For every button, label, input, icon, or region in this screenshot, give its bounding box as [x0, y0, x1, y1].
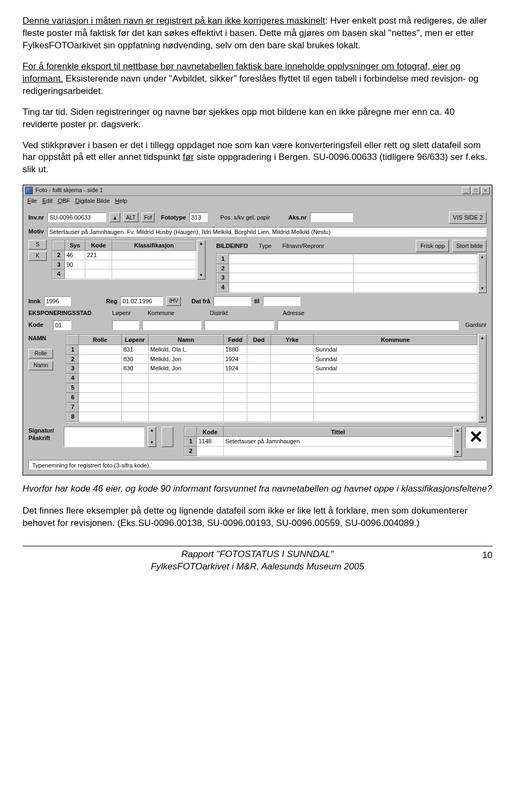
ihv-button[interactable]: IHV	[166, 296, 181, 306]
menu-qbf[interactable]: QBF	[58, 197, 70, 205]
window-title: Foto - fullt skjema - side 1	[35, 186, 103, 194]
label-eksp: EKSPONERINGSSTAD	[28, 309, 109, 317]
label-innk: Innk	[28, 297, 41, 305]
paragraph-1-underline: Denne variasjon i måten navn er registre…	[23, 16, 325, 26]
field-motiv[interactable]: Setertauser på Jamnhaugen. Fv. Mildrid H…	[47, 227, 487, 237]
page-footer: Rapport "FOTOSTATUS I SUNNDAL" FylkesFOT…	[23, 546, 492, 573]
status-bar: Typenemning for registrert foto (3-sifra…	[28, 460, 487, 470]
paragraph-1: Denne variasjon i måten navn er registre…	[23, 15, 492, 52]
paragraph-2-rest: Eksisterende navn under "Avbildet, sikke…	[23, 74, 479, 96]
label-filnavn: Filnavn/Repronr	[282, 242, 324, 250]
namn-button[interactable]: Namn	[28, 361, 53, 370]
field-invnr[interactable]: SU-0096.00633	[47, 213, 106, 222]
stort-bilde-button[interactable]: Stort bilde	[452, 240, 487, 252]
menu-file[interactable]: File	[27, 197, 37, 205]
field-til[interactable]	[263, 296, 300, 306]
app-icon	[25, 187, 33, 194]
label-posskv: Pos. s/kv gel. papir	[220, 214, 270, 222]
frisk-opp-button[interactable]: Frisk opp	[416, 240, 449, 252]
field-innk[interactable]: 1996	[44, 296, 71, 306]
vis-side-2-button[interactable]: VIS SIDE 2	[449, 211, 487, 224]
paragraph-5: Det finnes flere eksempler på dette og l…	[23, 505, 492, 530]
col-sys: Sys	[65, 240, 85, 250]
table-row: 3830Melkild, Jon1924Sunndal	[67, 364, 477, 374]
col-kommune: Kommune	[314, 335, 477, 345]
label-navn: NAMN	[28, 334, 63, 342]
label-signatur: Signatur/ Påskrift	[28, 427, 61, 443]
field-distrikt[interactable]	[204, 320, 274, 330]
label-reg: Reg	[106, 297, 117, 305]
maximize-button[interactable]: □	[472, 187, 480, 194]
client-area: Inv.nr SU-0096.00633 ▲ ALT Fof Fototype …	[23, 207, 492, 475]
arrow-up-button[interactable]: ▲	[109, 213, 120, 222]
table-row: 2830Melkild, Jon1924Sunndal	[67, 354, 477, 364]
label-fototype: Fototype	[161, 214, 186, 222]
signatur-extra-button[interactable]	[161, 427, 173, 447]
paragraph-4: Ved stikkprøver i basen er det i tillegg…	[23, 140, 492, 177]
paragraph-4b: før	[183, 152, 194, 162]
s-button[interactable]: S	[28, 240, 47, 250]
menu-help[interactable]: Help	[115, 197, 128, 205]
field-fototype[interactable]: 313	[189, 213, 208, 222]
table-row: 1831Melkild, Ola L.1880Sunndal	[67, 345, 477, 354]
rolle-button[interactable]: Rolle	[28, 349, 53, 359]
field-kommune[interactable]	[142, 320, 201, 330]
label-adresse: Adresse	[283, 309, 304, 317]
table-row: 11148Setertauser på Jamnhaugen	[185, 437, 453, 447]
table-row: 4	[67, 374, 477, 383]
image-placeholder-icon: ✕	[465, 427, 487, 448]
k-button[interactable]: K	[28, 251, 47, 261]
menu-digitale-bilde[interactable]: Digitale Bilde	[75, 197, 109, 205]
title-bar: Foto - fullt skjema - side 1 _ □ ×	[23, 185, 492, 196]
navn-grid[interactable]: Rolle Løpenr Namn Fødd Død Yrke Kommune …	[66, 334, 478, 422]
klassifikasjon-grid[interactable]: Sys Kode Klassifikasjon 2 46 221 3	[52, 240, 197, 280]
signatur-scrollbar[interactable]: ▲▼	[148, 427, 156, 447]
alt-button[interactable]: ALT	[123, 213, 138, 222]
label-bildeinfo: BILDEINFO	[216, 242, 248, 250]
klass-row: 2 46 221	[53, 250, 196, 260]
field-signatur[interactable]	[64, 427, 144, 447]
table-row: 8	[67, 412, 477, 421]
table-row: 6	[67, 392, 477, 402]
page-number: 10	[482, 550, 492, 562]
menu-edit[interactable]: Edit	[42, 197, 53, 205]
label-type: Type	[259, 242, 271, 250]
tittel-scrollbar[interactable]: ▲▼	[453, 427, 462, 457]
bildeinfo-scrollbar[interactable]: ▲▼	[478, 253, 487, 293]
field-datfra[interactable]	[214, 296, 251, 306]
paragraph-2: For å forenkle eksport til nettbase bør …	[23, 61, 492, 98]
table-row: 7	[67, 402, 477, 412]
field-aksnr[interactable]	[310, 213, 353, 222]
label-gardsnr: Gardsnr	[465, 321, 487, 329]
menu-bar: File Edit QBF Digitale Bilde Help	[23, 196, 492, 207]
label-datfra: Dat frå	[192, 297, 210, 305]
field-kode[interactable]: 01	[53, 320, 71, 330]
col-yrke: Yrke	[271, 335, 314, 345]
figure-caption: Hvorfor har kode 46 eier, og kode 90 inf…	[23, 483, 492, 495]
label-motiv: Motiv	[28, 228, 44, 236]
klass-row: 4	[53, 269, 196, 279]
col-fodd: Fødd	[224, 335, 247, 345]
col-kode3: Kode	[197, 427, 224, 437]
bildeinfo-grid[interactable]: 1 2 3 4	[216, 253, 478, 293]
col-rolle: Rolle	[79, 335, 122, 345]
col-dod: Død	[247, 335, 271, 345]
label-invnr: Inv.nr	[28, 214, 44, 222]
col-tittel: Tittel	[224, 427, 453, 437]
label-distrikt: Distrikt	[210, 309, 279, 317]
klass-scrollbar[interactable]: ▲▼	[197, 240, 205, 280]
navn-scrollbar[interactable]: ▲▼	[478, 334, 487, 422]
fof-button[interactable]: Fof	[142, 213, 154, 222]
minimize-button[interactable]: _	[462, 187, 470, 194]
field-reg[interactable]: 01.02.1996	[120, 296, 163, 306]
field-lopenr[interactable]	[112, 320, 139, 330]
paragraph-3: Ting tar tid. Siden registreringer og na…	[23, 106, 492, 131]
close-button[interactable]: ×	[481, 187, 490, 194]
label-lopenr: Løpenr	[112, 309, 144, 317]
label-kommune: Kommune	[148, 309, 207, 317]
col-namn: Namn	[149, 335, 224, 345]
klass-row: 3 90	[53, 260, 196, 269]
footer-line2: FylkesFOTOarkivet i M&R, Aalesunds Museu…	[23, 561, 492, 573]
tittel-grid[interactable]: Kode Tittel 11148Setertauser på Jamnhaug…	[184, 427, 453, 457]
field-adresse[interactable]	[277, 320, 459, 330]
